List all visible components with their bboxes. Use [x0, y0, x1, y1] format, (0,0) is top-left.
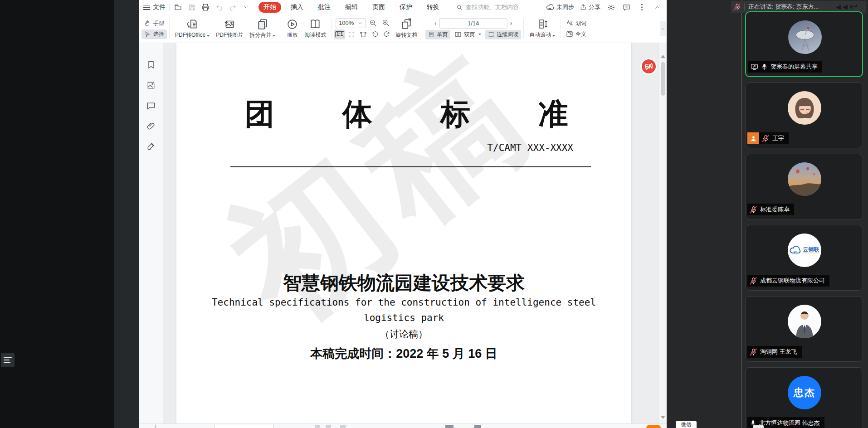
page-indicator-box[interactable]: 1/14 [439, 18, 507, 29]
image-panel-button[interactable] [146, 81, 156, 90]
status-icon[interactable] [326, 425, 331, 428]
rotate-doc-group: 旋转文档 [392, 17, 420, 40]
pdf-to-image-button[interactable]: PDF转图片 [213, 17, 246, 40]
share-button[interactable]: 分享 [580, 3, 600, 11]
self-mic-muted-icon[interactable] [734, 3, 741, 11]
zoom-out-icon [369, 19, 377, 27]
wechat-taskbar-tooltip[interactable]: 微信 [676, 421, 697, 428]
double-page-button[interactable]: 双页 [452, 30, 484, 39]
status-icon[interactable] [474, 425, 481, 428]
read-mode-button[interactable]: 阅读模式 [301, 17, 329, 40]
scrollbar-thumb[interactable] [661, 62, 665, 96]
tab-page[interactable]: 页面 [367, 2, 390, 13]
fit-page-button[interactable] [358, 29, 369, 39]
settings-button[interactable] [606, 2, 616, 12]
zoom-group: 100% 1:1 [334, 18, 392, 39]
fit-page-icon [360, 31, 367, 38]
zoom-in-button[interactable] [380, 18, 391, 28]
participant-tile-chenzhuo[interactable]: 标准委陈卓 [745, 154, 863, 219]
arrow-icon: ◂ [843, 2, 848, 12]
status-icon[interactable] [445, 425, 454, 428]
hot-air-balloons-art [788, 162, 821, 196]
file-menu-label: 文件 [153, 3, 166, 11]
participant-tile-hanzhongjie[interactable]: 忠杰 北方恒达物流园 韩忠杰 [745, 367, 863, 428]
host-badge-icon [747, 132, 759, 144]
rotate-left-button[interactable] [370, 29, 380, 39]
status-icon[interactable] [315, 425, 320, 428]
split-merge-button[interactable]: 拆分合并 [246, 17, 278, 40]
participant-tile-wanglongfei[interactable]: 淘钢网 王龙飞 [745, 296, 863, 362]
word-translate-button[interactable]: 划词 [563, 19, 589, 28]
pdf-to-image-label: PDF转图片 [216, 31, 243, 39]
logo-text: 云钢联 YUNGANGLIAN [803, 247, 819, 254]
document-view-area[interactable]: 初稿 团体标准 T/CAMT XXX-XXXX 智慧钢铁物流园建设技术要求 Te… [163, 43, 658, 423]
select-tool-button[interactable]: 选择 [141, 29, 167, 39]
more-button[interactable] [637, 2, 647, 12]
open-book-icon [309, 18, 321, 30]
pointer-mode-group: 手型 选择 [141, 19, 167, 39]
signature-panel-button[interactable] [146, 142, 156, 151]
tab-convert[interactable]: 转换 [422, 2, 444, 13]
zoom-out-button[interactable] [367, 18, 378, 28]
fit-width-icon [348, 31, 355, 38]
file-menu-button[interactable]: 文件 [143, 3, 166, 11]
open-file-button[interactable] [173, 2, 183, 12]
floating-notes-button[interactable] [1, 353, 15, 367]
divider [561, 19, 561, 39]
tab-comment[interactable]: 批注 [313, 2, 336, 13]
tab-edit[interactable]: 编辑 [340, 2, 363, 13]
search-box[interactable]: 查找功能、文档内容 [456, 3, 519, 11]
avatar [788, 162, 821, 196]
sync-status[interactable]: 未同步 [546, 3, 574, 11]
save-button[interactable] [187, 2, 197, 12]
actual-size-button[interactable]: 1:1 [334, 29, 345, 39]
prev-page-button[interactable]: ‹ [432, 19, 439, 27]
rotate-right-button[interactable] [381, 29, 392, 39]
translate-toggle-badge[interactable]: EN [640, 58, 657, 75]
doc-standard-code: T/CAMT XXX-XXXX [487, 142, 573, 153]
attachment-panel-button[interactable] [146, 122, 156, 131]
fit-width-button[interactable] [346, 29, 357, 39]
continuous-read-button[interactable]: 连续阅读 [485, 30, 521, 39]
bookmark-panel-button[interactable] [146, 60, 156, 69]
scroll-down-arrow[interactable] [661, 416, 665, 419]
hand-tool-button[interactable]: 手型 [141, 19, 167, 28]
pdf-to-office-button[interactable]: PDF转Office [172, 17, 213, 40]
undo-button[interactable] [214, 2, 224, 12]
tab-home[interactable]: 开始 [258, 2, 281, 13]
auto-scroll-button[interactable]: 自动滚动 [526, 17, 558, 40]
participant-tile-yunganglian[interactable]: 云钢联 YUNGANGLIAN 成都云钢联物流有限公司 [745, 225, 863, 291]
tab-insert[interactable]: 插入 [286, 2, 308, 13]
rotate-document-icon [400, 18, 412, 30]
participant-tile-wangyu[interactable]: 王宇 [745, 83, 863, 148]
cursor-icon [144, 31, 151, 38]
collapse-ribbon-button[interactable] [652, 2, 662, 12]
participant-label: 王宇 [747, 132, 789, 144]
next-page-button[interactable]: › [507, 19, 515, 27]
redo-button[interactable] [228, 2, 238, 12]
ribbon-tabs: 开始 插入 批注 编辑 页面 保护 转换 [258, 2, 444, 13]
redo-icon [229, 4, 237, 11]
pdf-page[interactable]: 初稿 团体标准 T/CAMT XXX-XXXX 智慧钢铁物流园建设技术要求 Te… [176, 43, 631, 423]
participant-label: 标准委陈卓 [747, 204, 794, 215]
participant-tile-hezongchun[interactable]: 贺宗春的屏幕共享 [745, 11, 863, 77]
status-icon[interactable] [340, 425, 346, 428]
scroll-up-arrow[interactable] [661, 55, 665, 58]
vertical-scrollbar[interactable] [658, 43, 667, 423]
tab-protect[interactable]: 保护 [395, 2, 417, 13]
comment-panel-button[interactable] [146, 101, 156, 110]
zoom-level-dropdown[interactable]: 100% [336, 18, 366, 28]
ribbon-expander-button[interactable]: › [660, 21, 666, 36]
thumbnail-grid-icon[interactable] [149, 425, 156, 428]
avatar: 云钢联 YUNGANGLIAN [788, 233, 821, 267]
rotate-document-button[interactable]: 旋转文档 [392, 17, 420, 40]
wps-main-area: 初稿 团体标准 T/CAMT XXX-XXXX 智慧钢铁物流园建设技术要求 Te… [139, 43, 667, 423]
single-page-button[interactable]: 单页 [425, 30, 450, 39]
play-button[interactable]: 播放 [283, 18, 301, 40]
quick-access-dropdown[interactable] [241, 2, 251, 12]
cloud-logo-art [790, 246, 801, 255]
feedback-button[interactable] [621, 2, 631, 12]
status-input-field[interactable] [214, 425, 274, 428]
print-button[interactable] [200, 2, 210, 12]
full-translate-button[interactable]: 全文 [563, 29, 589, 39]
